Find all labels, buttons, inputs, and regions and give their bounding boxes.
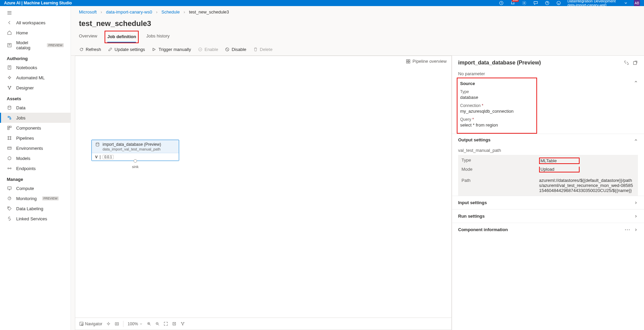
tab-jobs-history[interactable]: Jobs history [146, 31, 169, 43]
chevron-up-icon[interactable] [634, 138, 638, 142]
snapshot-icon[interactable] [115, 322, 119, 326]
output-port[interactable] [134, 159, 137, 163]
popout-icon[interactable] [633, 60, 638, 65]
components-icon [7, 125, 12, 131]
locate-icon[interactable] [106, 322, 111, 326]
sidebar-item-label: Monitoring [16, 196, 37, 201]
chevron-up-icon[interactable] [634, 80, 638, 84]
menu-toggle[interactable] [0, 8, 71, 18]
run-settings-section[interactable]: Run settings [452, 209, 644, 223]
navigator-label: Navigator [85, 322, 102, 326]
sidebar-item-monitoring[interactable]: MonitoringPREVIEW [0, 193, 71, 203]
sidebar-item-linked-services[interactable]: Linked Services [0, 214, 71, 224]
notifications-icon[interactable]: 100 [510, 0, 515, 6]
sidebar-item-compute[interactable]: Compute [0, 183, 71, 193]
settings-icon[interactable] [522, 0, 527, 6]
trigger-manually-button[interactable]: Trigger manually [152, 47, 191, 52]
svg-point-1 [524, 2, 525, 4]
output-path-label: Path [461, 178, 539, 193]
sidebar-all-workspaces[interactable]: All workspaces [0, 18, 71, 28]
crumb-microsoft[interactable]: Microsoft [79, 9, 97, 15]
sidebar-item-environments[interactable]: Environments [0, 143, 71, 153]
query-value: select * from region [460, 122, 534, 128]
sidebar-item-label: Jobs [16, 115, 25, 120]
sidebar-section-authoring: Authoring [0, 53, 71, 62]
pipeline-overview-label: Pipeline overview [413, 59, 447, 64]
auto-layout-icon[interactable] [180, 322, 185, 326]
page-title: test_new_schedule3 [71, 15, 644, 31]
zoom-level[interactable]: 100% [128, 322, 143, 326]
input-settings-section[interactable]: Input settings [452, 196, 644, 209]
pipeline-node[interactable]: import_data_database (Preview) data_impo… [91, 140, 179, 161]
sidebar-item-data[interactable]: Data [0, 103, 71, 113]
svg-point-14 [8, 136, 9, 137]
sidebar-item-label: Notebooks [16, 65, 37, 70]
refresh-button[interactable]: Refresh [79, 47, 101, 52]
zoom-in-icon[interactable] [147, 322, 151, 326]
update-settings-button[interactable]: Update settings [108, 47, 145, 52]
disable-button[interactable]: Disable [225, 47, 246, 52]
sidebar-item-label: Model catalog [16, 40, 41, 50]
component-info-section[interactable]: Component information ··· [452, 223, 644, 236]
annotation-highlight: Job definition [105, 31, 139, 43]
disable-icon [225, 47, 230, 52]
sidebar-section-manage: Manage [0, 173, 71, 183]
sidebar-item-pipelines[interactable]: Pipelines [0, 133, 71, 143]
sidebar-item-label: Models [16, 156, 30, 161]
feedback-icon[interactable] [533, 0, 538, 6]
automl-icon [7, 75, 12, 80]
sidebar-item-jobs[interactable]: Jobs [0, 113, 71, 123]
navigator-button[interactable]: Navigator [79, 322, 102, 326]
svg-point-6 [8, 77, 10, 78]
properties-panel: import_data_database (Preview) No parame… [452, 56, 644, 330]
crumb-schedule[interactable]: Schedule [161, 9, 179, 15]
workspace-org: DataIntegration Development [567, 0, 616, 3]
sidebar-item-automl[interactable]: Automated ML [0, 73, 71, 83]
tab-job-definition[interactable]: Job definition [107, 31, 136, 43]
crumb-workspace[interactable]: data-import-canary-ws0 [106, 9, 152, 15]
avatar[interactable]: AB [634, 0, 640, 6]
query-label: Query [460, 117, 534, 122]
connection-label: Connection [460, 103, 534, 108]
sidebar-item-model-catalog[interactable]: Model catalog PREVIEW [0, 38, 71, 53]
run-settings-label: Run settings [458, 214, 485, 219]
models-icon [7, 156, 12, 161]
clock-icon[interactable] [499, 0, 504, 6]
tab-overview[interactable]: Overview [79, 31, 97, 43]
sidebar-item-data-labeling[interactable]: Data Labeling [0, 203, 71, 214]
sidebar-item-endpoints[interactable]: Endpoints [0, 163, 71, 173]
svg-point-9 [9, 88, 10, 89]
svg-rect-21 [8, 187, 11, 189]
sidebar-item-label: All workspaces [16, 20, 46, 25]
more-icon[interactable]: ··· [625, 227, 631, 232]
chevron-right-icon: › [156, 9, 158, 15]
sidebar-item-notebooks[interactable]: Notebooks [0, 62, 71, 73]
sidebar-item-components[interactable]: Components [0, 123, 71, 133]
sidebar-item-models[interactable]: Models [0, 153, 71, 163]
overview-icon [406, 59, 411, 64]
svg-point-7 [8, 86, 9, 87]
svg-rect-12 [10, 126, 11, 128]
expand-icon[interactable] [624, 60, 629, 65]
help-icon[interactable] [544, 0, 550, 6]
port-label: sink [132, 165, 139, 169]
node-version: 0.0.1 [103, 155, 113, 159]
fit-screen-icon[interactable] [164, 322, 168, 326]
link-icon [7, 216, 12, 221]
sidebar-item-designer[interactable]: Designer [0, 83, 71, 93]
svg-rect-29 [409, 61, 410, 63]
input-settings-label: Input settings [458, 200, 487, 205]
chevron-right-icon: › [184, 9, 185, 15]
chevron-down-icon[interactable] [624, 1, 628, 5]
smiley-icon[interactable] [556, 0, 561, 6]
actual-size-icon[interactable] [172, 322, 176, 326]
top-bar: Azure AI | Machine Learning Studio 100 D… [0, 0, 644, 6]
pipeline-canvas[interactable]: import_data_database (Preview) data_impo… [75, 65, 451, 316]
pipeline-overview-button[interactable]: Pipeline overview [406, 59, 447, 64]
zoom-out-icon[interactable] [155, 322, 160, 326]
button-label: Delete [260, 47, 273, 52]
sidebar-item-label: Compute [16, 186, 34, 191]
sidebar-item-home[interactable]: Home [0, 28, 71, 38]
component-info-label: Component information [458, 227, 508, 232]
crumb-current: test_new_schedule3 [189, 9, 229, 15]
